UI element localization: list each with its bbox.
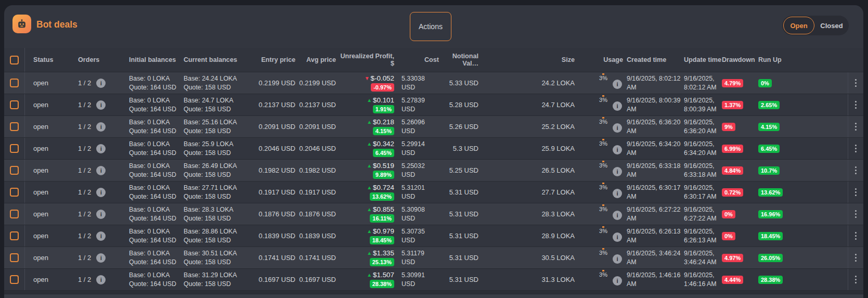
row-menu-kebab-icon[interactable] (848, 138, 863, 159)
orders-info-icon[interactable]: i (96, 79, 106, 88)
drawdown-badge: 1.37% (722, 101, 743, 109)
orders-cell: 1 / 2 i (72, 188, 126, 197)
drawdown-cell: 4.97% (722, 254, 758, 262)
row-checkbox[interactable] (10, 79, 19, 87)
entry-price-cell: 0.2091 USD (244, 123, 295, 131)
entry-price-cell: 0.2046 USD (244, 145, 295, 152)
current-quote: Quote: 158 USD (184, 83, 244, 92)
row-checkbox[interactable] (10, 231, 19, 240)
usage-info-icon[interactable]: i (613, 276, 622, 286)
orders-cell: 1 / 2 i (72, 231, 126, 241)
bot-deals-panel: Bot deals Actions Open Closed Status Ord… (4, 5, 863, 298)
runup-badge: 18.45% (758, 232, 783, 240)
usage-info-icon[interactable]: i (613, 80, 622, 89)
size-cell: 25.2 LOKA (478, 123, 575, 131)
profit-direction-icon (367, 206, 372, 212)
profit-value: $0.855 (373, 205, 394, 213)
initial-quote: Quote: 164 USD (129, 105, 181, 113)
usage-info-icon[interactable]: i (613, 145, 622, 154)
toggle-closed-button[interactable]: Closed (814, 22, 849, 30)
current-balances-cell: Base: 25.16 LOKA Quote: 158 USD (181, 118, 244, 135)
cost-cell: 5.29914 USD (394, 140, 439, 157)
profit-direction-icon (367, 119, 372, 125)
orders-info-icon[interactable]: i (96, 210, 106, 219)
notional-value-cell: 5.33 USD (439, 79, 478, 87)
initial-balances-cell: Base: 0 LOKA Quote: 164 USD (126, 118, 181, 135)
current-balances-cell: Base: 24.24 LOKA Quote: 158 USD (181, 74, 244, 92)
runup-cell: 0% (758, 79, 848, 87)
row-menu-kebab-icon[interactable] (848, 269, 863, 290)
orders-info-icon[interactable]: i (96, 275, 106, 284)
row-menu-kebab-icon[interactable] (848, 203, 863, 225)
orders-info-icon[interactable]: i (96, 122, 106, 132)
entry-price-cell: 0.1839 USD (244, 232, 295, 240)
cost-value: 5.26096 USD (401, 118, 435, 135)
current-balances-cell: Base: 27.71 LOKA Quote: 158 USD (181, 184, 244, 201)
select-all-checkbox[interactable] (10, 56, 19, 64)
orders-info-icon[interactable]: i (96, 253, 106, 263)
row-checkbox[interactable] (10, 188, 19, 197)
runup-cell: 10.7% (758, 166, 848, 175)
current-balances-cell: Base: 26.49 LOKA Quote: 158 USD (181, 162, 244, 179)
orders-count: 1 / 2 (78, 79, 91, 87)
usage-cell: 3% i (575, 94, 623, 115)
current-balances-cell: Base: 28.3 LOKA Quote: 158 USD (181, 205, 244, 223)
initial-quote: Quote: 164 USD (129, 280, 181, 288)
cost-cell: 5.33038 USD (394, 74, 439, 92)
usage-info-icon[interactable]: i (613, 211, 622, 220)
row-menu-kebab-icon[interactable] (848, 225, 863, 247)
row-menu-kebab-icon[interactable] (848, 182, 863, 203)
usage-info-icon[interactable]: i (613, 167, 622, 176)
cost-value: 5.27839 USD (401, 96, 435, 113)
row-checkbox[interactable] (10, 210, 19, 218)
entry-price-cell: 0.1741 USD (244, 254, 295, 262)
initial-quote: Quote: 164 USD (129, 214, 181, 223)
usage-info-icon[interactable]: i (613, 254, 622, 264)
profit-cell: $0.101 1.91% (336, 96, 394, 113)
usage-info-icon[interactable]: i (613, 189, 622, 198)
cost-cell: 5.31179 USD (394, 249, 439, 266)
created-time-cell: 9/16/2025, 6:36:20 AM (623, 118, 681, 135)
orders-info-icon[interactable]: i (96, 188, 106, 197)
row-checkbox[interactable] (10, 166, 19, 175)
orders-info-icon[interactable]: i (96, 231, 106, 241)
initial-base: Base: 0 LOKA (129, 118, 181, 126)
orders-count: 1 / 2 (78, 123, 91, 131)
row-menu-kebab-icon[interactable] (848, 247, 863, 268)
usage-info-icon[interactable]: i (613, 101, 622, 111)
profit-cell: $-0.052 -0.97% (336, 74, 394, 92)
orders-info-icon[interactable]: i (96, 100, 106, 110)
orders-info-icon[interactable]: i (96, 144, 106, 153)
row-checkbox[interactable] (10, 144, 19, 153)
orders-cell: 1 / 2 i (72, 122, 126, 132)
runup-badge: 26.05% (758, 254, 783, 262)
row-checkbox-cell (4, 203, 25, 225)
initial-balances-cell: Base: 0 LOKA Quote: 164 USD (126, 96, 181, 113)
profit-cell: $0.519 9.89% (336, 162, 394, 179)
row-checkbox[interactable] (10, 100, 19, 109)
row-checkbox[interactable] (10, 253, 19, 262)
avg-price-cell: 0.1982 USD (295, 166, 336, 174)
row-checkbox[interactable] (10, 275, 19, 284)
row-menu-kebab-icon[interactable] (848, 94, 863, 115)
row-checkbox[interactable] (10, 122, 19, 131)
next-row-partial (4, 294, 863, 298)
panel-topbar: Bot deals Actions Open Closed (4, 5, 863, 48)
usage-cell: 3% i (575, 182, 623, 203)
row-menu-kebab-icon[interactable] (848, 72, 863, 94)
orders-info-icon[interactable]: i (96, 166, 106, 175)
current-base: Base: 27.71 LOKA (184, 184, 244, 192)
cost-cell: 5.26096 USD (394, 118, 439, 135)
current-balances-cell: Base: 25.9 LOKA Quote: 158 USD (181, 140, 244, 157)
row-menu-kebab-icon[interactable] (848, 160, 863, 181)
runup-badge: 2.65% (758, 101, 780, 109)
usage-info-icon[interactable]: i (613, 123, 622, 133)
created-time-cell: 9/16/2025, 3:46:24 AM (623, 249, 681, 266)
usage-info-icon[interactable]: i (613, 232, 622, 242)
profit-direction-icon (367, 163, 372, 169)
row-menu-kebab-icon[interactable] (848, 116, 863, 137)
toggle-open-button[interactable]: Open (783, 17, 814, 34)
current-quote: Quote: 158 USD (184, 105, 244, 113)
usage-percent: 3% (599, 162, 607, 169)
actions-button[interactable]: Actions (410, 12, 451, 41)
